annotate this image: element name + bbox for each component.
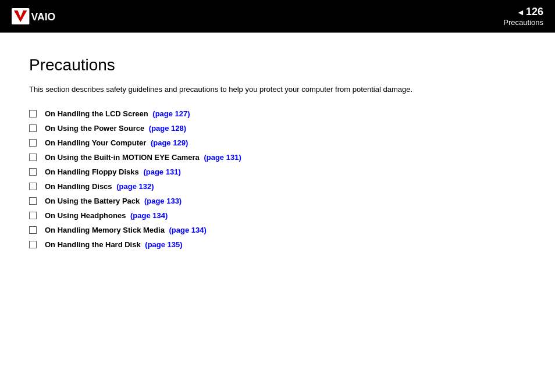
list-item: On Using Headphones (page 134)	[29, 211, 526, 220]
item-text: On Handling Floppy Disks (page 131)	[45, 168, 181, 176]
section-label: Precautions	[503, 18, 543, 27]
item-page-link[interactable]: (page 131)	[204, 153, 241, 162]
checkbox-icon	[29, 226, 37, 234]
checkbox-icon	[29, 124, 37, 132]
page-number: 126	[526, 6, 543, 18]
list-item: On Handling Floppy Disks (page 131)	[29, 168, 526, 176]
item-text: On Using the Power Source (page 128)	[45, 124, 186, 133]
item-text: On Handling Memory Stick Media (page 134…	[45, 226, 207, 234]
item-text: On Using Headphones (page 134)	[45, 211, 168, 220]
item-page-link[interactable]: (page 135)	[145, 240, 182, 249]
list-item: On Using the Power Source (page 128)	[29, 124, 526, 133]
vaio-logo: VAIO	[12, 8, 63, 24]
svg-text:VAIO: VAIO	[31, 11, 56, 23]
checkbox-icon	[29, 212, 37, 219]
item-page-link[interactable]: (page 127)	[152, 109, 190, 118]
checkbox-icon	[29, 154, 37, 161]
item-text: On Handling Your Computer (page 129)	[45, 138, 188, 147]
list-item: On Handling the LCD Screen (page 127)	[29, 109, 526, 118]
list-item: On Handling Discs (page 132)	[29, 182, 526, 191]
toc-list: On Handling the LCD Screen (page 127)On …	[29, 109, 526, 249]
list-item: On Using the Built-in MOTION EYE Camera …	[29, 153, 526, 162]
checkbox-icon	[29, 110, 37, 117]
intro-paragraph: This section describes safety guidelines…	[29, 84, 526, 95]
item-text: On Handling Discs (page 132)	[45, 182, 154, 191]
main-content: Precautions This section describes safet…	[0, 33, 555, 272]
item-text: On Using the Battery Pack (page 133)	[45, 197, 182, 205]
item-page-link[interactable]: (page 134)	[169, 226, 206, 234]
checkbox-icon	[29, 183, 37, 190]
list-item: On Using the Battery Pack (page 133)	[29, 197, 526, 205]
list-item: On Handling Your Computer (page 129)	[29, 138, 526, 147]
header: VAIO ◄ 126 Precautions	[0, 0, 555, 33]
checkbox-icon	[29, 197, 37, 205]
item-page-link[interactable]: (page 129)	[151, 138, 188, 147]
checkbox-icon	[29, 139, 37, 147]
item-page-link[interactable]: (page 128)	[149, 124, 186, 133]
list-item: On Handling the Hard Disk (page 135)	[29, 240, 526, 249]
page-title: Precautions	[29, 56, 526, 74]
item-text: On Using the Built-in MOTION EYE Camera …	[45, 153, 241, 162]
item-page-link[interactable]: (page 134)	[130, 211, 168, 220]
item-text: On Handling the Hard Disk (page 135)	[45, 240, 183, 249]
nav-arrow-icon: ◄	[517, 8, 525, 17]
list-item: On Handling Memory Stick Media (page 134…	[29, 226, 526, 234]
checkbox-icon	[29, 241, 37, 248]
item-page-link[interactable]: (page 133)	[144, 197, 182, 205]
header-page-info: ◄ 126 Precautions	[503, 6, 543, 27]
item-page-link[interactable]: (page 132)	[116, 182, 154, 191]
item-text: On Handling the LCD Screen (page 127)	[45, 109, 190, 118]
checkbox-icon	[29, 168, 37, 176]
item-page-link[interactable]: (page 131)	[143, 168, 180, 176]
